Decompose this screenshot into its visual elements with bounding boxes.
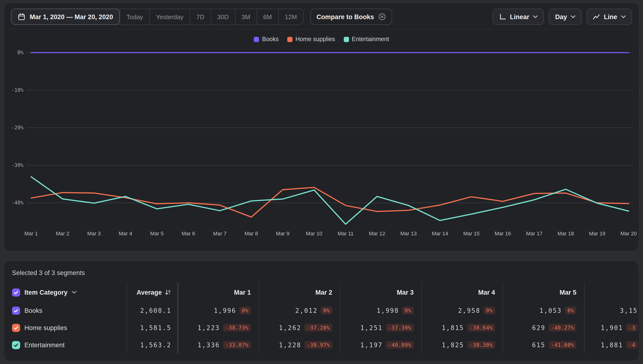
cell-number: 1,197 (360, 341, 383, 348)
x-tick-label: Mar 8 (244, 230, 258, 236)
x-tick-label: Mar 10 (306, 230, 322, 236)
x-tick-label: Mar 19 (589, 230, 605, 236)
cell-number: 615 (532, 341, 546, 348)
pct-badge: -4 (626, 341, 638, 349)
x-tick-label: Mar 18 (557, 230, 574, 236)
cell-number: 1,262 (279, 324, 301, 331)
cell-value: 1,197-40.09% (340, 336, 421, 354)
scale-select[interactable]: Linear (493, 8, 544, 25)
average-label: Average (136, 289, 162, 296)
chevron-down-icon (533, 15, 538, 18)
column-header-item-category[interactable]: Item Category (4, 283, 126, 302)
cell-value: 1,262-37.28% (258, 319, 340, 336)
pct-badge: -40.27% (549, 324, 576, 332)
toolbar: Mar 1, 2020 — Mar 20, 2020 TodayYesterda… (4, 3, 639, 30)
pct-badge: 0% (240, 306, 251, 314)
row-checkbox-entertainment[interactable] (12, 341, 20, 349)
cell-number: 1,815 (442, 324, 464, 331)
item-category-label: Item Category (25, 289, 68, 296)
sort-icon[interactable] (165, 289, 171, 296)
cell-value: 1,251-37.39% (340, 319, 421, 336)
y-tick-label: -10% (11, 87, 24, 93)
segment-name: Entertainment (25, 341, 65, 348)
column-header-average[interactable]: Average (126, 283, 177, 302)
cell-value: 1,0530% (503, 302, 584, 319)
segment-name: Home supplies (25, 324, 67, 331)
cell-value: 1,223-38.73% (177, 319, 258, 336)
quick-range-3m[interactable]: 3M (235, 9, 256, 24)
cell-number: 1,251 (360, 324, 383, 331)
x-tick-label: Mar 15 (463, 230, 479, 236)
cell-number: 3,15 (620, 307, 638, 314)
cell-number: 1,223 (197, 324, 220, 331)
column-header-mar-4: Mar 4 (421, 283, 503, 302)
cell-value-cutoff: 1,881-4 (584, 336, 639, 354)
quick-range-group: TodayYesterday7D30D3M6M12M (120, 9, 303, 24)
row-checkbox-books[interactable] (12, 306, 20, 314)
chart-svg[interactable]: 0%-10%-20%-30%-40%Mar 1Mar 2Mar 3Mar 4Ma… (4, 48, 639, 245)
cell-average: 1,563.2 (126, 336, 177, 354)
cell-value: 1,815-38.64% (421, 319, 503, 336)
legend-item-home-supplies[interactable]: Home supplies (287, 36, 335, 42)
chart-type-select-label: Line (604, 13, 617, 20)
column-header-mar-2: Mar 2 (258, 283, 340, 302)
cell-number: 1,228 (279, 341, 301, 348)
pct-badge: -38.97% (304, 341, 332, 349)
x-tick-label: Mar 20 (620, 230, 637, 236)
column-header-mar-5: Mar 5 (503, 283, 584, 302)
quick-range-7d[interactable]: 7D (190, 9, 210, 24)
pct-badge: -41.60% (549, 341, 576, 349)
x-tick-label: Mar 13 (400, 230, 417, 236)
selected-segments-label: Selected 3 of 3 segments (4, 261, 639, 283)
x-tick-label: Mar 1 (25, 230, 38, 236)
cell-value: 2,0120% (258, 302, 340, 319)
check-icon (14, 308, 19, 313)
series-line-home-supplies (31, 188, 629, 217)
quick-range-30d[interactable]: 30D (211, 9, 235, 24)
cell-value: 1,228-38.97% (258, 336, 340, 354)
item-category-checkbox-slot (12, 288, 20, 296)
pct-badge: -37.39% (386, 324, 414, 332)
date-range-button[interactable]: Mar 1, 2020 — Mar 20, 2020 (11, 8, 120, 25)
legend-label: Books (262, 36, 279, 42)
cell-number: 2,958 (458, 307, 480, 314)
chevron-down-icon (571, 15, 575, 18)
granularity-select[interactable]: Day (549, 8, 582, 25)
quick-range-today[interactable]: Today (120, 9, 149, 24)
cell-number: 2,608.1 (140, 307, 171, 314)
row-label-home-supplies: Home supplies (4, 319, 126, 336)
legend-item-books[interactable]: Books (254, 36, 279, 42)
cell-number: 1,336 (197, 341, 220, 348)
chevron-down-icon (72, 291, 77, 294)
y-tick-label: -40% (11, 200, 24, 206)
chart-type-select[interactable]: Line (586, 8, 632, 25)
cell-value: 629-40.27% (503, 319, 584, 336)
legend-item-entertainment[interactable]: Entertainment (344, 36, 389, 42)
quick-range-12m[interactable]: 12M (278, 9, 303, 24)
cell-number: 2,012 (295, 307, 317, 314)
scale-select-label: Linear (510, 13, 529, 20)
granularity-select-label: Day (555, 13, 567, 20)
item-category-checkbox[interactable] (12, 288, 20, 296)
column-header-mar-3: Mar 3 (340, 283, 421, 302)
x-tick-label: Mar 4 (119, 230, 132, 236)
toolbar-right-group: Linear Day Line (493, 8, 632, 25)
row-label-entertainment: Entertainment (4, 336, 126, 354)
y-tick-label: -20% (11, 125, 24, 130)
y-tick-label: -30% (11, 162, 24, 168)
segments-panel: Selected 3 of 3 segments Item Category A… (4, 261, 639, 361)
cell-value: 1,336-33.07% (177, 336, 258, 354)
row-checkbox-home-supplies[interactable] (12, 324, 20, 332)
date-range-group: Mar 1, 2020 — Mar 20, 2020 TodayYesterda… (11, 8, 303, 25)
quick-range-yesterday[interactable]: Yesterday (149, 9, 190, 24)
pct-badge: 0% (402, 306, 414, 314)
compare-chip[interactable]: Compare to Books (310, 8, 392, 25)
close-circle-icon[interactable] (378, 13, 386, 20)
row-label-books: Books (4, 302, 126, 319)
pct-badge: -3 (626, 324, 638, 332)
cell-number: 1,825 (442, 341, 464, 348)
quick-range-6m[interactable]: 6M (256, 9, 278, 24)
cell-number: 1,563.2 (140, 341, 171, 348)
cell-number: 1,998 (377, 307, 399, 314)
column-header-mar-1: Mar 1 (177, 283, 258, 302)
